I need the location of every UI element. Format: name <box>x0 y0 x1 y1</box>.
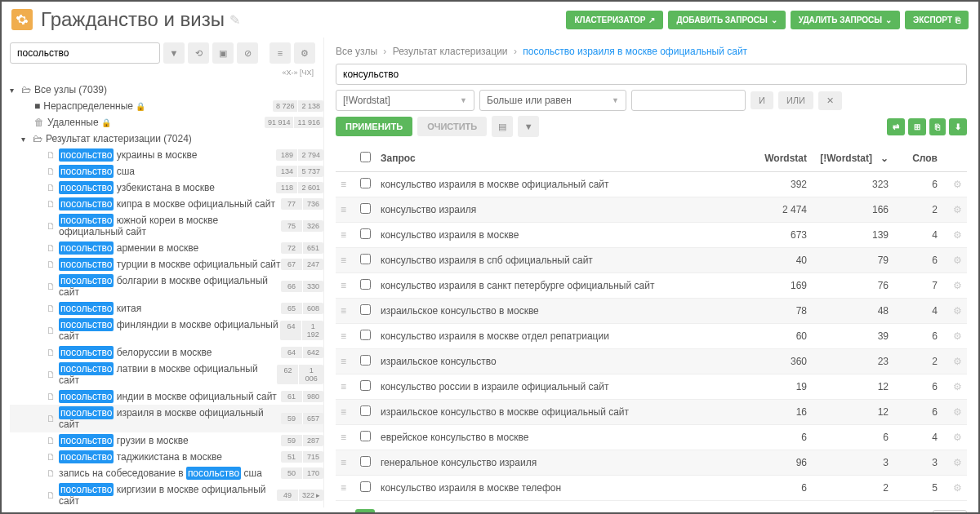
tree-item[interactable]: запись на собеседование в посольство сша <box>59 467 262 479</box>
prev-page-button[interactable]: « <box>336 509 355 514</box>
row-gear-icon[interactable]: ⚙ <box>953 432 962 443</box>
delete-queries-button[interactable]: УДАЛИТЬ ЗАПРОСЫ⌄ <box>791 11 900 29</box>
filter-value-input[interactable] <box>631 90 746 111</box>
row-checkbox[interactable] <box>360 405 371 416</box>
row-checkbox[interactable] <box>360 228 371 239</box>
table-row[interactable]: ≡генеральное консульство израиля9633⚙ <box>336 450 967 476</box>
tree-item[interactable]: посольство индии в москве официальный са… <box>59 391 277 402</box>
settings-gear-button[interactable] <box>11 9 33 30</box>
tree-cluster-result[interactable]: Результат кластеризации (7024) <box>46 133 192 144</box>
row-checkbox[interactable] <box>360 254 371 264</box>
tree-item[interactable]: посольство болгарии в москве официальный… <box>59 275 281 298</box>
table-row[interactable]: ≡консульство израиля в спб официальный с… <box>336 248 967 273</box>
table-row[interactable]: ≡консульство израиля в москве6731394⚙ <box>336 223 967 248</box>
table-row[interactable]: ≡израильское консульство360232⚙ <box>336 349 967 374</box>
drag-handle-icon[interactable]: ≡ <box>341 204 346 215</box>
table-row[interactable]: ≡консульство израиля в москве отдел репа… <box>336 324 967 349</box>
refresh-icon[interactable]: ⟲ <box>188 42 209 64</box>
tree-item[interactable]: посольство грузии в москве <box>59 435 189 446</box>
row-checkbox[interactable] <box>360 330 371 340</box>
row-checkbox[interactable] <box>360 456 371 467</box>
page-size-select[interactable]: 25▼ <box>933 510 967 514</box>
cluster-button[interactable]: КЛАСТЕРИЗАТОР↗ <box>566 11 663 29</box>
export-button[interactable]: ЭКСПОРТ⎘ <box>905 11 969 29</box>
drag-handle-icon[interactable]: ≡ <box>341 305 346 317</box>
collapse-icon[interactable]: ≡ <box>270 42 291 64</box>
filter-toggle-icon[interactable]: ▼ <box>518 116 539 137</box>
clear-button[interactable]: ОЧИСТИТЬ <box>417 117 487 136</box>
tree-item[interactable]: посольство украины в москве <box>59 149 197 161</box>
remove-filter-button[interactable]: ✕ <box>818 91 842 110</box>
table-row[interactable]: ≡консульство израиля в санкт петербурге … <box>336 273 967 299</box>
drag-handle-icon[interactable]: ≡ <box>341 280 346 291</box>
sidebar-search-input[interactable] <box>10 42 160 64</box>
row-gear-icon[interactable]: ⚙ <box>953 356 962 367</box>
col-wordstat[interactable]: Wordstat <box>738 145 812 172</box>
table-row[interactable]: ≡консульство израиля2 4741662⚙ <box>336 197 967 223</box>
select-all-checkbox[interactable] <box>360 152 371 162</box>
drag-handle-icon[interactable]: ≡ <box>341 330 346 342</box>
row-gear-icon[interactable]: ⚙ <box>953 457 962 468</box>
add-queries-button[interactable]: ДОБАВИТЬ ЗАПРОСЫ⌄ <box>668 11 785 29</box>
drag-handle-icon[interactable]: ≡ <box>341 406 346 418</box>
page-1-button[interactable]: 1 <box>355 509 375 514</box>
col-iwordstat[interactable]: [!Wordstat] ⌄ <box>812 145 893 172</box>
tree-deleted[interactable]: Удаленные <box>47 117 99 128</box>
tree-item[interactable]: посольство таджикистана в москве <box>59 451 222 463</box>
table-row[interactable]: ≡израильское консульство в москве78484⚙ <box>336 299 967 324</box>
tree-item[interactable]: посольство армении в москве <box>59 242 198 254</box>
row-checkbox[interactable] <box>360 279 371 290</box>
download-icon[interactable]: ⬇ <box>949 118 967 135</box>
drag-handle-icon[interactable]: ≡ <box>341 432 346 443</box>
row-checkbox[interactable] <box>360 304 371 315</box>
row-checkbox[interactable] <box>360 380 371 391</box>
tree-item[interactable]: посольство южной кореи в москве официаль… <box>59 215 281 237</box>
drag-handle-icon[interactable]: ≡ <box>341 482 346 494</box>
row-gear-icon[interactable]: ⚙ <box>953 330 962 342</box>
row-checkbox[interactable] <box>360 355 371 366</box>
breadcrumb-current[interactable]: посольство израиля в москве официальный … <box>523 46 747 57</box>
filter-operator-select[interactable]: Больше или равен▼ <box>479 90 626 111</box>
row-gear-icon[interactable]: ⚙ <box>953 179 962 190</box>
next-page-button[interactable]: » <box>375 509 394 514</box>
tree-item[interactable]: посольство турции в москве официальный с… <box>59 259 281 270</box>
tree-item[interactable]: посольство израиля в москве официальный … <box>59 407 281 430</box>
table-row[interactable]: ≡консульство израиля в москве телефон625… <box>336 476 967 501</box>
tree-item[interactable]: посольство белоруссии в москве <box>59 347 212 358</box>
clear-icon[interactable]: ⊘ <box>237 42 258 64</box>
table-row[interactable]: ≡консульство израиля в москве официальны… <box>336 172 967 197</box>
drag-handle-icon[interactable]: ≡ <box>341 356 346 367</box>
or-button[interactable]: ИЛИ <box>778 91 813 109</box>
row-checkbox[interactable] <box>360 481 371 492</box>
row-gear-icon[interactable]: ⚙ <box>953 229 962 241</box>
row-checkbox[interactable] <box>360 178 371 188</box>
main-search-input[interactable] <box>336 64 967 85</box>
tree-item[interactable]: посольство китая <box>59 303 141 314</box>
row-gear-icon[interactable]: ⚙ <box>953 482 962 494</box>
col-query[interactable]: Запрос <box>376 145 738 172</box>
tree-item[interactable]: посольство узбекистана в москве <box>59 182 215 193</box>
drag-handle-icon[interactable]: ≡ <box>341 381 346 392</box>
drag-handle-icon[interactable]: ≡ <box>341 229 346 241</box>
tree-item[interactable]: посольство киргизии в москве официальный… <box>59 484 277 507</box>
tree-item[interactable]: посольство латвии в москве официальный с… <box>59 363 277 386</box>
table-row[interactable]: ≡израильское консульство в москве официа… <box>336 400 967 425</box>
action-2-icon[interactable]: ⊞ <box>908 118 926 135</box>
action-1-icon[interactable]: ⇄ <box>887 118 905 135</box>
drag-handle-icon[interactable]: ≡ <box>341 179 346 190</box>
drag-handle-icon[interactable]: ≡ <box>341 457 346 468</box>
col-words[interactable]: Слов <box>893 145 942 172</box>
edit-title-icon[interactable]: ✎ <box>229 12 240 28</box>
row-gear-icon[interactable]: ⚙ <box>953 204 962 215</box>
tree-item[interactable]: посольство сша <box>59 166 135 177</box>
breadcrumb-mid[interactable]: Результат кластеризации <box>393 46 508 57</box>
and-button[interactable]: И <box>751 91 773 109</box>
more-icon[interactable]: ⚙ <box>294 42 315 64</box>
columns-icon[interactable]: ▤ <box>492 116 513 137</box>
breadcrumb-root[interactable]: Все узлы <box>336 46 377 57</box>
apply-button[interactable]: ПРИМЕНИТЬ <box>336 117 412 136</box>
tree-item[interactable]: посольство финляндии в москве официальны… <box>59 319 280 342</box>
row-gear-icon[interactable]: ⚙ <box>953 381 962 392</box>
row-checkbox[interactable] <box>360 431 371 441</box>
table-row[interactable]: ≡консульство россии в израиле официальны… <box>336 374 967 400</box>
